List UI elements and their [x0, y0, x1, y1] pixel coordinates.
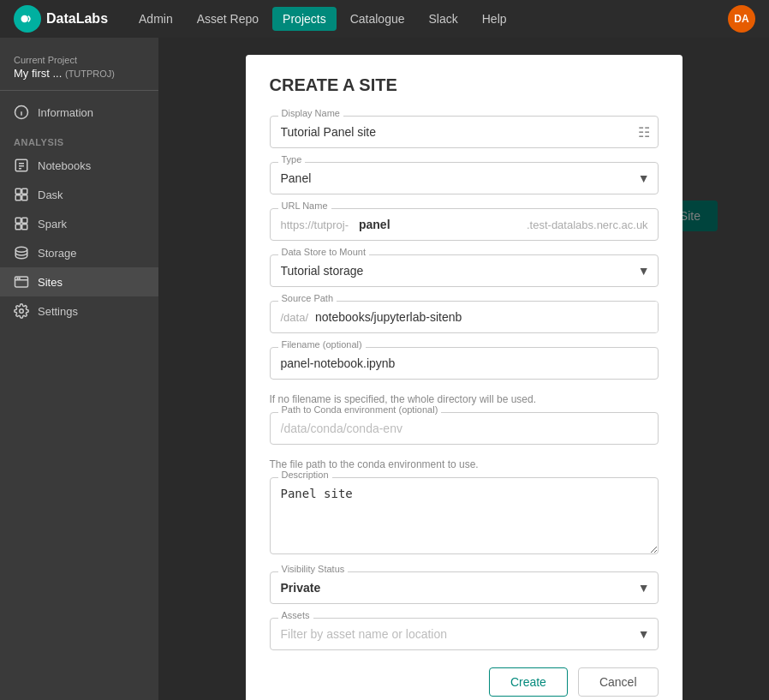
source-path-container: /data/: [270, 301, 659, 333]
logo-text: DataLabs: [46, 11, 108, 27]
svg-point-0: [21, 15, 28, 22]
sidebar-notebooks-label: Notebooks: [38, 159, 91, 172]
svg-rect-8: [15, 188, 21, 194]
nav-links: Admin Asset Repo Projects Catalogue Slac…: [128, 7, 517, 31]
sidebar-item-dask[interactable]: Dask: [0, 180, 158, 209]
sidebar-item-notebooks[interactable]: Notebooks: [0, 151, 158, 180]
nav-slack[interactable]: Slack: [419, 7, 468, 31]
url-suffix: .test-datalabs.nerc.ac.uk: [523, 210, 659, 240]
source-path-label: Source Path: [278, 293, 337, 303]
visibility-label: Visibility Status: [278, 564, 349, 574]
sidebar-item-spark[interactable]: Spark: [0, 209, 158, 238]
description-field: Description: [270, 477, 659, 558]
display-name-label: Display Name: [278, 108, 343, 118]
sidebar-dask-label: Dask: [38, 188, 63, 201]
main-layout: Current Project My first ... (TUTPROJ) I…: [0, 38, 769, 700]
modal-overlay: CREATE A SITE Display Name ☷ Type Panel: [158, 38, 769, 700]
source-path-field: Source Path /data/: [270, 301, 659, 333]
data-store-field: Data Store to Mount Tutorial storage ▼: [270, 254, 659, 287]
source-path-input[interactable]: [312, 302, 657, 332]
nav-admin[interactable]: Admin: [128, 7, 183, 31]
nav-asset-repo[interactable]: Asset Repo: [187, 7, 269, 31]
data-store-select[interactable]: Tutorial storage: [270, 254, 659, 287]
current-project-label: Current Project: [14, 55, 145, 65]
svg-rect-15: [22, 224, 27, 230]
nav-help[interactable]: Help: [472, 7, 517, 31]
url-name-field: URL Name https://tutproj- .test-datalabs…: [270, 208, 659, 241]
spark-icon: [14, 216, 29, 231]
sidebar-information-label: Information: [38, 106, 93, 119]
assets-label: Assets: [278, 610, 313, 620]
logo-icon: [14, 5, 41, 33]
display-name-field: Display Name ☷: [270, 116, 659, 148]
url-label: URL Name: [278, 200, 331, 211]
conda-input[interactable]: [270, 412, 659, 445]
type-select[interactable]: Panel Voila RShiny: [270, 162, 659, 194]
visibility-select[interactable]: Private Public: [270, 571, 659, 604]
sidebar-settings-label: Settings: [38, 305, 78, 318]
list-icon: ☷: [638, 124, 650, 141]
notebooks-icon: [14, 158, 29, 173]
settings-icon: [14, 303, 29, 319]
svg-rect-10: [15, 195, 21, 200]
sidebar: Current Project My first ... (TUTPROJ) I…: [0, 38, 158, 700]
display-name-input[interactable]: [270, 116, 659, 148]
dask-icon: [14, 187, 29, 202]
analysis-header: ANALYSIS: [0, 127, 158, 151]
svg-rect-9: [22, 188, 27, 194]
svg-point-16: [15, 247, 27, 252]
modal-title: CREATE A SITE: [270, 75, 659, 95]
visibility-select-wrapper: Private Public ▼: [270, 571, 659, 604]
sites-icon: [14, 274, 29, 290]
svg-rect-12: [15, 218, 21, 223]
source-prefix: /data/: [271, 302, 313, 332]
type-field: Type Panel Voila RShiny ▼: [270, 162, 659, 194]
filename-field: Filename (optional): [270, 347, 659, 380]
svg-rect-11: [22, 195, 27, 200]
nav-projects[interactable]: Projects: [272, 7, 337, 31]
conda-field: Path to Conda environment (optional): [270, 412, 659, 445]
sidebar-item-storage[interactable]: Storage: [0, 238, 158, 267]
current-project-name: My first ... (TUTPROJ): [14, 67, 145, 80]
sidebar-item-sites[interactable]: Sites: [0, 267, 158, 296]
data-store-select-wrapper: Tutorial storage ▼: [270, 254, 659, 287]
svg-rect-13: [22, 218, 27, 223]
url-input[interactable]: [355, 209, 523, 240]
sidebar-storage-label: Storage: [38, 247, 77, 260]
description-textarea[interactable]: [270, 477, 659, 554]
conda-label: Path to Conda environment (optional): [278, 404, 442, 415]
modal-actions: Create Cancel: [270, 667, 659, 697]
filename-label: Filename (optional): [278, 339, 366, 350]
current-project: Current Project My first ... (TUTPROJ): [0, 48, 158, 91]
svg-rect-14: [15, 224, 21, 230]
info-icon: [14, 105, 29, 120]
storage-icon: [14, 245, 29, 260]
url-field-container: https://tutproj- .test-datalabs.nerc.ac.…: [270, 208, 659, 241]
user-avatar[interactable]: DA: [728, 5, 755, 33]
url-prefix: https://tutproj-: [271, 210, 355, 240]
create-button[interactable]: Create: [489, 667, 568, 697]
assets-field: Assets ▼: [270, 618, 659, 650]
content-area: Create Site CREATE A SITE Display Name ☷…: [158, 38, 769, 700]
sidebar-item-information[interactable]: Information: [0, 98, 158, 127]
assets-input[interactable]: [270, 618, 659, 650]
filename-input[interactable]: [270, 347, 659, 380]
description-label: Description: [278, 470, 332, 480]
top-nav: DataLabs Admin Asset Repo Projects Catal…: [0, 0, 769, 38]
conda-hint: The file path to the conda environment t…: [270, 458, 659, 470]
sidebar-item-settings[interactable]: Settings: [0, 296, 158, 326]
nav-catalogue[interactable]: Catalogue: [340, 7, 415, 31]
type-label: Type: [278, 154, 306, 165]
cancel-button[interactable]: Cancel: [578, 667, 659, 697]
filename-hint: If no filename is specified, the whole d…: [270, 393, 659, 405]
data-store-label: Data Store to Mount: [278, 247, 369, 257]
sidebar-sites-label: Sites: [38, 276, 63, 289]
create-site-modal: CREATE A SITE Display Name ☷ Type Panel: [246, 55, 683, 700]
sidebar-spark-label: Spark: [38, 218, 67, 230]
visibility-field: Visibility Status Private Public ▼: [270, 571, 659, 604]
type-select-wrapper: Panel Voila RShiny ▼: [270, 162, 659, 194]
logo[interactable]: DataLabs: [14, 5, 108, 33]
svg-point-21: [20, 309, 24, 314]
